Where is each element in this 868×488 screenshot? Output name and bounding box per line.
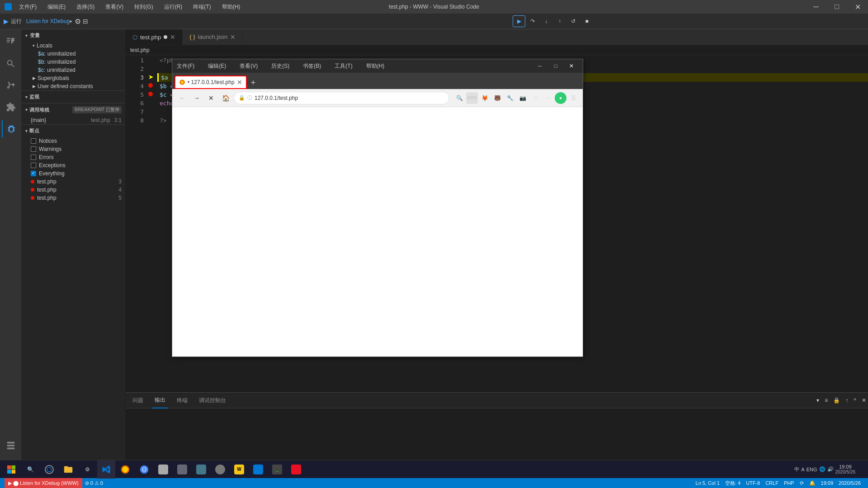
browser-menu-history[interactable]: 历史(S): [271, 62, 289, 70]
menu-select[interactable]: 选择(S): [73, 0, 98, 14]
activity-remote-icon[interactable]: [2, 436, 20, 455]
panel-tab-terminal[interactable]: 终端: [175, 393, 190, 408]
menu-goto[interactable]: 转到(G): [131, 0, 156, 14]
panel-layout-btn[interactable]: ≡: [823, 397, 830, 404]
status-encoding[interactable]: UTF-8: [743, 480, 763, 486]
debug-stepout-button[interactable]: ↑: [553, 15, 566, 27]
panel-tab-output[interactable]: 输出: [152, 393, 168, 408]
activity-search-icon[interactable]: [2, 55, 20, 73]
taskbar-app7-button[interactable]: [154, 460, 172, 479]
browser-home-button[interactable]: 🏠: [219, 92, 232, 104]
browser-star-icon[interactable]: ☆: [529, 92, 541, 104]
taskbar-terminal-button[interactable]: _: [268, 460, 286, 479]
bp-warnings-checkbox[interactable]: [31, 146, 36, 152]
taskbar-search-button[interactable]: 🔍: [21, 460, 39, 479]
menu-view[interactable]: 查看(V): [102, 0, 127, 14]
taskbar-app11-button[interactable]: W: [230, 460, 248, 479]
menu-run[interactable]: 运行(R): [160, 0, 186, 14]
minimize-button[interactable]: ─: [806, 0, 826, 14]
debug-caret-icon[interactable]: ▾: [70, 19, 72, 24]
bp-exceptions-checkbox[interactable]: [31, 163, 36, 168]
browser-address-bar[interactable]: 🔒 ⓘ 127.0.0.1/test.php: [234, 92, 449, 104]
taskbar-browser-button[interactable]: [116, 460, 134, 479]
show-desktop-button[interactable]: [857, 460, 864, 479]
tab-launch-json[interactable]: { } launch.json ✕: [183, 29, 243, 45]
browser-reload-button[interactable]: ✕: [205, 92, 217, 104]
browser-hamburger-icon[interactable]: ☰: [567, 92, 579, 104]
variables-header[interactable]: ▾ 变量: [22, 29, 125, 42]
tab-launch-json-close-icon[interactable]: ✕: [230, 33, 236, 41]
panel-lock-btn[interactable]: 🔒: [831, 397, 842, 404]
browser-menu-tools[interactable]: 工具(T): [335, 62, 352, 70]
taskbar-explorer-button[interactable]: [59, 460, 77, 479]
status-errors[interactable]: ⊘ 0 ⚠ 0: [82, 480, 106, 486]
tray-clock[interactable]: 19:09 2020/5/26: [835, 464, 856, 474]
bp-everything-checkbox[interactable]: [31, 171, 36, 176]
callstack-header[interactable]: ▾ 调用堆栈 BREAKPOINT 已暂停: [22, 103, 125, 116]
taskbar-app10-button[interactable]: [211, 460, 229, 479]
callstack-main-item[interactable]: {main} test.php 3:1: [22, 116, 125, 124]
debug-run-icon[interactable]: ▶: [4, 18, 9, 25]
browser-tab-close-icon[interactable]: ✕: [237, 79, 242, 86]
taskbar-app8-button[interactable]: [173, 460, 191, 479]
status-line-ending[interactable]: CRLF: [763, 480, 781, 486]
breakpoints-header[interactable]: ▾ 断点: [22, 125, 125, 137]
browser-forward-button[interactable]: →: [190, 92, 203, 104]
tray-volume-icon[interactable]: 🔊: [827, 466, 834, 472]
superglobals-header[interactable]: ▶ Superglobals: [25, 74, 125, 82]
panel-maximize-btn[interactable]: ^: [852, 397, 858, 404]
taskbar-start-button[interactable]: [2, 460, 20, 479]
taskbar-app14-button[interactable]: [287, 460, 305, 479]
browser-back-button[interactable]: ←: [176, 92, 189, 104]
browser-add-tab-button[interactable]: +: [247, 76, 259, 89]
activity-git-icon[interactable]: [2, 76, 20, 94]
browser-arr-icon[interactable]: ARR: [466, 92, 478, 104]
debug-stepinto-button[interactable]: ↓: [540, 15, 552, 27]
debug-stepover-button[interactable]: ↷: [526, 15, 539, 27]
status-spaces[interactable]: 空格: 4: [722, 480, 743, 487]
bp-file-2-name[interactable]: test.php: [37, 187, 57, 193]
browser-menu-file[interactable]: 文件(F): [177, 62, 194, 70]
panel-dropdown-btn[interactable]: ▾: [815, 397, 821, 404]
debug-config-label[interactable]: Listen for XDebug: [26, 18, 70, 24]
browser-close-button[interactable]: ✕: [565, 61, 578, 71]
browser-screenshot-icon[interactable]: 📷: [517, 92, 528, 104]
browser-addon-3-icon[interactable]: 🔧: [504, 92, 516, 104]
activity-extensions-icon[interactable]: [2, 98, 20, 116]
panel-tab-debug-console[interactable]: 调试控制台: [197, 393, 228, 408]
debug-restart-button[interactable]: ↺: [567, 15, 580, 27]
browser-minimize-button[interactable]: ─: [533, 61, 547, 71]
browser-more-icon[interactable]: ⋯: [542, 92, 554, 104]
taskbar-app12-button[interactable]: [249, 460, 267, 479]
browser-addon-2-icon[interactable]: 🐻: [491, 92, 503, 104]
tray-network-icon[interactable]: 🌐: [819, 466, 826, 472]
panel-restore-btn[interactable]: ↑: [844, 397, 850, 404]
debug-status-indicator[interactable]: ▶ ⬤ Listen for XDebug (WWW): [5, 478, 82, 488]
debug-terminal-icon[interactable]: ⊟: [83, 18, 88, 25]
tab-test-php[interactable]: ⬡ test.php ✕: [126, 29, 183, 45]
maximize-button[interactable]: □: [826, 0, 847, 14]
taskbar-app9-button[interactable]: [192, 460, 210, 479]
browser-menu-view[interactable]: 查看(V): [240, 62, 258, 70]
activity-explorer-icon[interactable]: [2, 33, 20, 51]
browser-menu-help[interactable]: 帮助(H): [366, 62, 385, 70]
debug-settings-icon[interactable]: ⚙: [75, 17, 81, 26]
browser-addon-1-icon[interactable]: 🦊: [479, 92, 491, 104]
monitoring-header[interactable]: ▾ 监视: [22, 91, 125, 103]
taskbar-settings-button[interactable]: ⚙: [78, 460, 96, 479]
panel-tab-problems[interactable]: 问题: [130, 393, 146, 408]
debug-stop-button[interactable]: ■: [580, 15, 593, 27]
browser-active-tab[interactable]: • 127.0.0.1/test.php ✕: [175, 75, 247, 89]
status-language[interactable]: PHP: [781, 480, 797, 486]
browser-maximize-button[interactable]: □: [549, 61, 562, 71]
panel-close-btn[interactable]: ✕: [860, 397, 868, 404]
locals-header[interactable]: ▾ Locals: [25, 42, 125, 50]
user-constants-header[interactable]: ▶ User defined constants: [25, 82, 125, 90]
taskbar-chrome-button[interactable]: [135, 460, 153, 479]
taskbar-vscode-button[interactable]: [97, 460, 115, 479]
browser-menu-bookmarks[interactable]: 书签(B): [303, 62, 321, 70]
bp-file-1-name[interactable]: test.php: [37, 178, 57, 185]
bp-notices-checkbox[interactable]: [31, 138, 36, 144]
menu-help[interactable]: 帮助(H): [218, 0, 244, 14]
status-line-col[interactable]: Ln 5, Col 1: [693, 480, 722, 486]
